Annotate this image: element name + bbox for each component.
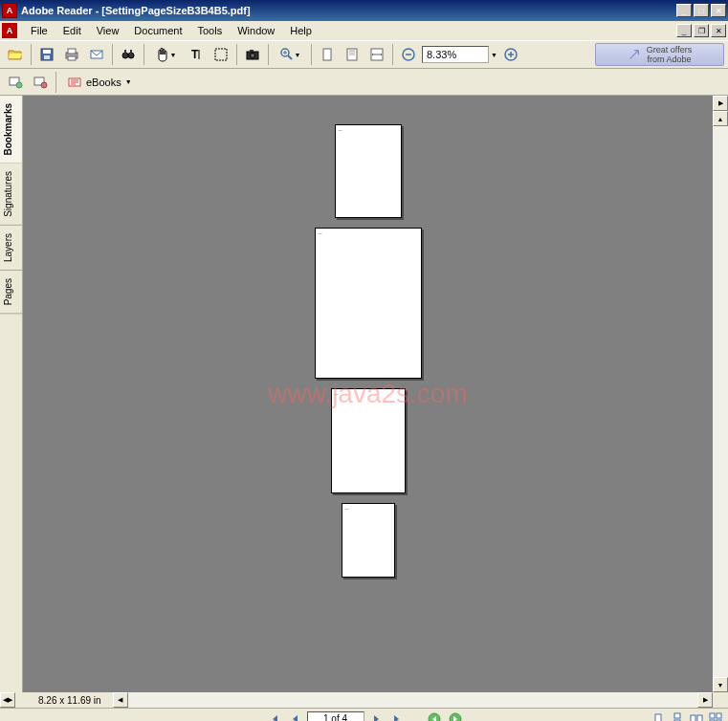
svg-rect-42 [717, 713, 721, 718]
zoom-input[interactable] [422, 46, 489, 63]
promo-button[interactable]: Great offersfrom Adobe [595, 43, 724, 66]
hscroll-right-button[interactable]: ▶ [697, 692, 713, 708]
prev-page-button[interactable] [286, 710, 303, 722]
maximize-button[interactable]: □ [694, 4, 709, 17]
window-title: Adobe Reader - [SettingPageSizeB3B4B5.pd… [21, 5, 676, 16]
facing-icon [690, 712, 703, 722]
svg-rect-4 [68, 49, 76, 54]
plus-circle-icon [503, 47, 518, 62]
close-button[interactable]: ✕ [711, 4, 726, 17]
main-area: Bookmarks Signatures Layers Pages ———— w… [0, 96, 728, 692]
search-button[interactable] [117, 43, 140, 66]
first-page-button[interactable] [265, 710, 282, 722]
svg-rect-39 [691, 715, 695, 722]
doc-minimize-button[interactable]: _ [676, 24, 692, 37]
comment-button[interactable] [29, 71, 52, 94]
menu-tools[interactable]: Tools [190, 22, 231, 39]
minimize-button[interactable]: _ [676, 4, 692, 17]
scroll-up-button[interactable]: ▲ [713, 111, 728, 126]
fit-width-button[interactable] [365, 43, 388, 66]
svg-rect-2 [44, 55, 50, 59]
fit-width-icon [369, 47, 385, 62]
menu-window[interactable]: Window [230, 22, 282, 39]
menu-view[interactable]: View [89, 22, 127, 39]
document-scroll[interactable]: ———— www.java2s.com [23, 96, 713, 692]
select-button[interactable] [210, 43, 232, 66]
page-thumbnail[interactable]: — [331, 388, 406, 493]
page-tiny-text: — [345, 506, 349, 511]
svg-rect-21 [323, 49, 331, 60]
doc-restore-button[interactable]: ❐ [694, 24, 709, 37]
page-number-input[interactable] [307, 711, 364, 722]
pane-toggle-button[interactable]: ◀▶ [0, 692, 15, 708]
forward-icon [449, 712, 462, 722]
svg-rect-5 [68, 56, 76, 60]
ebooks-button[interactable]: eBooks ▼ [60, 72, 139, 93]
binoculars-icon [121, 47, 136, 62]
continuous-facing-icon [709, 712, 722, 722]
fit-page-button[interactable] [341, 43, 364, 66]
svg-rect-37 [674, 713, 680, 718]
status-scroll-row: ◀▶ 8.26 x 11.69 in ◀ ▶ [0, 692, 728, 708]
forward-button[interactable] [447, 710, 464, 722]
page-thumbnail[interactable]: — [315, 228, 422, 379]
page-tiny-text: — [319, 230, 322, 235]
folder-open-icon [8, 47, 23, 62]
hscroll-left-button[interactable]: ◀ [113, 692, 128, 708]
svg-rect-1 [43, 50, 51, 54]
review-button[interactable] [4, 71, 27, 94]
text-select-button[interactable]: T [185, 43, 208, 66]
svg-rect-36 [655, 714, 661, 722]
zoom-dropdown-button[interactable]: ▼ [491, 52, 497, 58]
camera-icon [245, 47, 260, 62]
continuous-facing-button[interactable] [707, 710, 724, 722]
page-thumbnail[interactable]: — [335, 124, 402, 218]
menu-document[interactable]: Document [126, 22, 189, 39]
toolbar-secondary: eBooks ▼ [0, 69, 728, 96]
hand-tool-button[interactable]: ▼ [148, 43, 183, 66]
menu-edit[interactable]: Edit [55, 22, 89, 39]
resize-grip[interactable] [713, 692, 728, 708]
review-icon [8, 75, 23, 90]
print-button[interactable] [60, 43, 83, 66]
menu-help[interactable]: Help [282, 22, 320, 39]
snapshot-button[interactable] [241, 43, 264, 66]
scroll-right-tab-button[interactable]: ▶ [713, 96, 728, 111]
vertical-scrollbar[interactable]: ▶ ▲ ▼ [713, 96, 728, 692]
save-button[interactable] [35, 43, 58, 66]
open-button[interactable] [4, 43, 27, 66]
continuous-button[interactable] [669, 710, 686, 722]
email-button[interactable] [85, 43, 108, 66]
tab-signatures[interactable]: Signatures [0, 164, 22, 226]
hscroll-track[interactable] [128, 692, 697, 708]
scroll-down-button[interactable]: ▼ [713, 677, 728, 692]
menu-file[interactable]: File [23, 22, 55, 39]
page-size-label: 8.26 x 11.69 in [15, 695, 113, 706]
doc-close-button[interactable]: ✕ [711, 24, 726, 37]
svg-rect-16 [250, 50, 254, 52]
svg-rect-9 [124, 50, 126, 54]
actual-size-button[interactable] [316, 43, 339, 66]
svg-rect-13 [215, 49, 227, 60]
zoom-in-circle-button[interactable] [499, 43, 522, 66]
arrow-icon [628, 48, 641, 61]
menubar: A File Edit View Document Tools Window H… [0, 21, 728, 40]
tab-pages[interactable]: Pages [0, 271, 22, 314]
facing-button[interactable] [688, 710, 705, 722]
zoom-in-button[interactable]: ▼ [273, 43, 307, 66]
last-page-button[interactable] [389, 710, 407, 722]
tab-layers[interactable]: Layers [0, 226, 22, 271]
svg-point-15 [251, 54, 255, 58]
tab-bookmarks[interactable]: Bookmarks [0, 96, 22, 164]
zoom-out-button[interactable] [397, 43, 420, 66]
stamp-icon [33, 75, 48, 90]
single-page-icon [651, 712, 665, 722]
next-page-button[interactable] [368, 710, 386, 722]
svg-point-30 [16, 82, 22, 88]
page-thumbnail[interactable]: — [342, 503, 395, 578]
prev-icon [289, 713, 300, 722]
single-page-button[interactable] [650, 710, 667, 722]
scroll-track-v[interactable] [713, 126, 728, 677]
back-button[interactable] [426, 710, 443, 722]
svg-line-18 [288, 55, 292, 59]
